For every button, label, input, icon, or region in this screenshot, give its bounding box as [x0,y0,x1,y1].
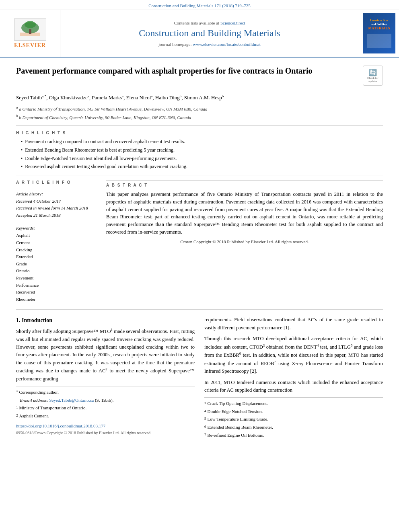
keyword-3: Cracking [16,246,97,254]
intro-two-col: 1. Introduction Shortly after fully adop… [16,316,383,440]
cover-title-line2: and Building [371,23,387,26]
keyword-8: Performance [16,282,97,289]
keyword-1: Asphalt [16,232,97,239]
divider-2 [16,175,383,175]
elsevier-wordmark: ELSEVIER [14,42,46,49]
article-title: Pavement performance compared with aspha… [16,66,363,76]
authors-line: Seyed Tabiba,*, Olga Khuskivadzea, Pamel… [16,94,383,102]
received-date: Received 4 October 2017 [16,198,97,205]
journal-name: Construction and Building Materials [139,28,280,39]
accepted-date: Accepted 21 March 2018 [16,212,97,219]
highlights-section: H I G H L I G H T S Pavement cracking co… [16,131,383,170]
intro-heading-text: Introduction [22,317,52,323]
journal-title-area: Contents lists available at ScienceDirec… [60,10,359,57]
keyword-7: Pavement [16,275,97,282]
footnote-1: 1 Ministry of Transportation of Ontario. [16,405,195,412]
keyword-4: Extended [16,253,97,261]
citation-text: Construction and Building Materials 171 … [148,3,251,8]
keywords-section: Keywords: Asphalt Cement Cracking Extend… [16,223,97,303]
doi-link[interactable]: https://doi.org/10.1016/j.conbuildmat.20… [16,423,195,430]
check-updates-badge: 🔄 Check for updates [363,66,383,86]
journal-homepage: journal homepage: www.elsevier.com/locat… [158,42,260,47]
footnote-4: 4 Double Edge Notched Tension. [204,408,383,415]
footnote-7: 7 Re-refined Engine Oil Bottoms. [204,432,383,439]
article-history: Article history: Received 4 October 2017… [16,188,97,219]
issn-line: 0950-0618/Crown Copyright © 2018 Publish… [16,430,195,436]
divider-1 [16,125,383,126]
footnote-star: * Corresponding author. [16,389,195,396]
highlights-label: H I G H L I G H T S [16,131,383,135]
elsevier-logo-section: ELSEVIER [0,10,60,57]
intro-para-4: In 2011, MTO tendered numerous contracts… [204,379,383,394]
article-info-panel: A R T I C L E I N F O Article history: R… [16,180,97,303]
keyword-9: Recovered [16,289,97,296]
divider-3 [16,309,383,310]
history-label: Article history: [16,191,97,198]
journal-header: ELSEVIER Contents lists available at Sci… [0,10,399,58]
main-content: Pavement performance compared with aspha… [0,58,399,448]
affiliation-a: a a Ontario Ministry of Transportation, … [16,105,383,112]
highlight-item-3: Double Edge-Notched Tension test identif… [16,155,383,162]
footnote-2: 2 Asphalt Cement. [16,413,195,420]
keyword-5: Grade [16,261,97,268]
svg-point-2 [25,21,36,28]
footnote-5: 5 Low Temperature Limiting Grade. [204,416,383,423]
sciencedirect-line: Contents lists available at ScienceDirec… [174,21,245,25]
intro-col-right: requirements. Field observations confirm… [204,316,383,440]
copyright-line: Crown Copyright © 2018 Published by Else… [106,239,383,244]
intro-para-3: Through this research MTO developed addi… [204,335,383,375]
revised-date: Received in revised form 14 March 2018 [16,205,97,212]
citation-bar: Construction and Building Materials 171 … [0,0,399,10]
article-info-label: A R T I C L E I N F O [16,180,97,185]
journal-cover-image: Construction and Building MATERIALS [359,10,399,57]
homepage-url[interactable]: www.elsevier.com/locate/conbuildmat [193,42,261,47]
footnote-email: E-mail address: Seyed.Tabib@Ontario.ca (… [16,397,195,404]
title-section: Pavement performance compared with aspha… [16,66,383,89]
abstract-text: This paper analyzes pavement performance… [106,191,383,236]
keywords-label: Keywords: [16,226,97,230]
highlight-item-2: Extended Bending Beam Rheometer test is … [16,147,383,154]
abstract-panel: A B S T R A C T This paper analyzes pave… [106,180,383,303]
intro-para-1: Shortly after fully adopting Superpave™ … [16,327,195,383]
svg-rect-3 [29,29,31,34]
footnotes-right: 3 Crack Tip Opening Displacement. 4 Doub… [204,397,383,439]
intro-para-2: requirements. Field observations confirm… [204,316,383,332]
affiliation-b: b b Department of Chemistry, Queen's Uni… [16,113,383,121]
introduction-section: 1. Introduction Shortly after fully adop… [16,316,383,440]
sciencedirect-link[interactable]: ScienceDirect [220,21,245,25]
keyword-6: Ontario [16,267,97,275]
footnote-6: 6 Extended Bending Beam Rheometer. [204,424,383,431]
elsevier-tree-logo [14,18,46,41]
cover-title-line3: MATERIALS [368,26,390,31]
intro-heading: 1. Introduction [16,316,195,325]
cover-thumbnail: Construction and Building MATERIALS [363,13,395,53]
intro-col-left: 1. Introduction Shortly after fully adop… [16,316,195,440]
highlight-item-4: Recovered asphalt cement testing showed … [16,163,383,170]
highlight-item-1: Pavement cracking compared to contract a… [16,138,383,145]
abstract-label: A B S T R A C T [106,180,383,187]
keyword-10: Rheometer [16,296,97,303]
keyword-2: Cement [16,239,97,246]
footnote-3: 3 Crack Tip Opening Displacement. [204,400,383,407]
intro-heading-num: 1. [16,317,21,323]
cover-image-placeholder [367,34,391,48]
info-abstract-area: A R T I C L E I N F O Article history: R… [16,180,383,303]
cover-title-line1: Construction [370,18,388,23]
footnotes-left: * Corresponding author. E-mail address: … [16,386,195,436]
